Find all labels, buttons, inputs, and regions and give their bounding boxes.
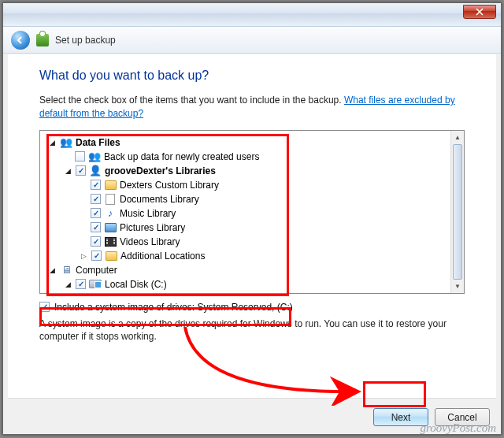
- checkbox-music-library[interactable]: [91, 208, 101, 218]
- pictures-icon: [104, 221, 117, 234]
- user-libraries-icon: 👤: [89, 165, 102, 177]
- backup-wizard-icon: [36, 34, 49, 46]
- dialog-window: Set up backup What do you want to back u…: [2, 2, 502, 435]
- tree-label: Additional Locations: [120, 251, 205, 262]
- titlebar: [3, 3, 501, 27]
- checkbox-local-disk[interactable]: [76, 279, 86, 289]
- tree-label: Computer: [76, 265, 117, 276]
- watermark: groovyPost.com: [420, 421, 496, 435]
- folder-icon: [104, 179, 117, 191]
- people-icon: 👥: [60, 136, 72, 149]
- tree-node-computer[interactable]: ◢ 🖥 Computer: [43, 263, 461, 277]
- tree-node-user-libraries[interactable]: ◢ 👤 grooveDexter's Libraries: [43, 164, 461, 178]
- tree-node-pictures-library[interactable]: Pictures Library: [43, 221, 461, 235]
- tree-label: grooveDexter's Libraries: [105, 165, 216, 176]
- scroll-thumb[interactable]: [453, 144, 462, 280]
- tree-label: Local Disk (C:): [105, 279, 167, 290]
- computer-icon: 🖥: [60, 264, 72, 277]
- scroll-down-icon[interactable]: ▼: [451, 280, 464, 293]
- tree-label: Back up data for newly created users: [104, 151, 259, 162]
- tree-label: Music Library: [120, 208, 176, 219]
- checkbox-new-users[interactable]: [75, 151, 85, 161]
- close-button[interactable]: [463, 5, 496, 19]
- tree-label: Pictures Library: [120, 222, 185, 233]
- videos-icon: [104, 236, 117, 248]
- tree-node-additional-locations[interactable]: ▷ Additional Locations: [43, 249, 461, 263]
- system-image-label: Include a system image of drives: System…: [54, 302, 293, 313]
- system-image-row: Include a system image of drives: System…: [39, 302, 465, 313]
- tree-label: Data Files: [76, 137, 120, 148]
- expander-icon[interactable]: ◢: [64, 166, 72, 175]
- tree-label: Videos Library: [120, 236, 180, 247]
- expander-icon[interactable]: ◢: [48, 265, 57, 274]
- music-icon: ♪: [104, 207, 117, 220]
- folder-stack-icon: [105, 250, 117, 262]
- content-area: What do you want to back up? Select the …: [8, 54, 496, 398]
- window-title: Set up backup: [55, 35, 116, 46]
- back-arrow-icon: [16, 35, 25, 45]
- checkbox-pictures-library[interactable]: [91, 222, 101, 232]
- expander-icon[interactable]: ◢: [48, 138, 57, 147]
- expander-icon[interactable]: ▷: [80, 251, 88, 260]
- tree-scrollbar[interactable]: ▲ ▼: [450, 131, 464, 293]
- description-text: Select the check box of the items that y…: [39, 95, 342, 106]
- page-heading: What do you want to back up?: [39, 69, 465, 83]
- tree-node-new-users[interactable]: 👥 Back up data for newly created users: [43, 150, 461, 164]
- checkbox-user-libraries[interactable]: [76, 165, 86, 176]
- system-image-description: A system image is a copy of the drives r…: [39, 317, 465, 344]
- tree-node-data-files[interactable]: ◢ 👥 Data Files: [43, 135, 461, 150]
- expander-icon[interactable]: ◢: [64, 280, 72, 288]
- tree-node-documents-library[interactable]: Documents Library: [43, 192, 461, 206]
- scroll-up-icon[interactable]: ▲: [451, 131, 464, 144]
- checkbox-custom-library[interactable]: [91, 180, 101, 190]
- tree-node-custom-library[interactable]: Dexters Custom Library: [43, 178, 461, 192]
- checkbox-videos-library[interactable]: [91, 236, 101, 247]
- checkbox-system-image[interactable]: [39, 302, 50, 312]
- tree-node-local-disk[interactable]: ◢ Local Disk (C:): [43, 277, 461, 291]
- documents-icon: [104, 193, 117, 206]
- tree-node-music-library[interactable]: ♪ Music Library: [43, 206, 461, 221]
- checkbox-additional-locations[interactable]: [91, 251, 102, 261]
- people-icon: 👥: [88, 150, 101, 163]
- disk-icon: [89, 278, 102, 291]
- back-button[interactable]: [11, 31, 30, 50]
- tree-label: Documents Library: [120, 194, 199, 205]
- header-bar: Set up backup: [3, 27, 501, 54]
- tree-label: Dexters Custom Library: [120, 180, 219, 191]
- backup-tree: ◢ 👥 Data Files 👥 Back up data for newly …: [39, 130, 465, 294]
- tree-node-videos-library[interactable]: Videos Library: [43, 235, 461, 249]
- checkbox-documents-library[interactable]: [91, 194, 101, 204]
- close-icon: [476, 8, 484, 16]
- page-description: Select the check box of the items that y…: [39, 94, 465, 121]
